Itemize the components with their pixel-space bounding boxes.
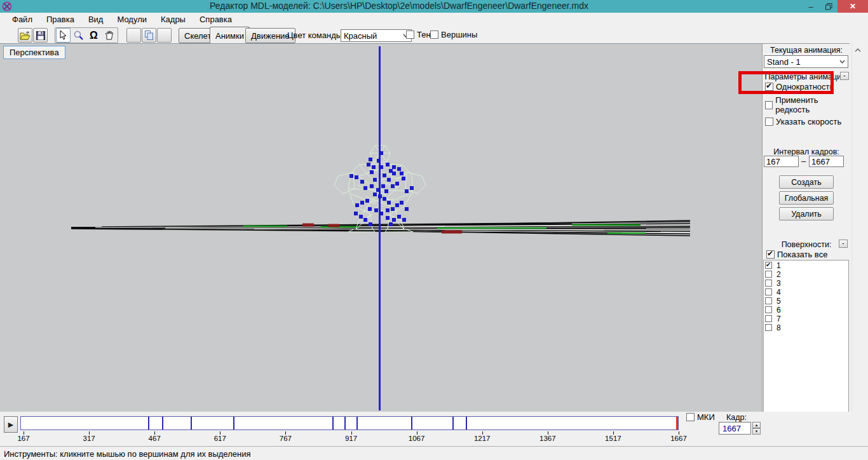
- menu-item-modules[interactable]: Модули: [110, 13, 154, 26]
- model-vertex: [355, 175, 358, 179]
- surface-item-5[interactable]: 5: [765, 297, 848, 305]
- model-vertex: [397, 167, 401, 171]
- frame-spin-down-button[interactable]: ▼: [752, 428, 761, 435]
- zoom-tool-button[interactable]: [71, 28, 86, 43]
- surface-checkbox-8[interactable]: [765, 324, 772, 331]
- menu-item-help[interactable]: Справка: [193, 13, 239, 26]
- animations-mode-button[interactable]: Анимки: [210, 27, 250, 44]
- toolbar-blank-button-2[interactable]: [157, 28, 172, 43]
- surface-checkbox-3[interactable]: [765, 280, 772, 287]
- save-button[interactable]: [33, 28, 48, 43]
- surface-item-4[interactable]: 4: [765, 288, 848, 296]
- panel-scrollbar[interactable]: [851, 43, 863, 445]
- timeline-tick-label: 167: [10, 435, 37, 442]
- perspective-view-tab[interactable]: Перспектива: [3, 46, 65, 59]
- create-button[interactable]: Создать: [779, 175, 834, 189]
- surface-item-1[interactable]: ✔1: [765, 261, 848, 269]
- shadows-checkbox[interactable]: [406, 30, 414, 39]
- global-button[interactable]: Глобальная: [779, 191, 834, 205]
- interval-to-input[interactable]: 1667: [809, 156, 844, 167]
- model-vertex: [392, 165, 396, 169]
- vertical-axis-line: [379, 46, 381, 410]
- interval-from-input[interactable]: 167: [764, 156, 799, 167]
- model-vertex: [376, 188, 380, 192]
- model-viewport[interactable]: Перспектива: [0, 43, 762, 412]
- team-color-select[interactable]: Красный: [341, 29, 412, 42]
- toolbar: Ω Скелет Анимки Движение Цвет команды: К…: [0, 27, 868, 43]
- collapse-surfaces-button[interactable]: -: [839, 240, 848, 248]
- toolbar-blank-button-1[interactable]: [126, 28, 141, 43]
- status-text: Инструменты: кликните мышью по вершинам …: [4, 449, 250, 459]
- rarity-checkbox-row: Применить редкость: [765, 95, 850, 114]
- open-file-button[interactable]: [18, 28, 32, 43]
- surface-checkbox-2[interactable]: [765, 271, 772, 278]
- team-color-label: Цвет команды:: [287, 30, 344, 40]
- model-vertex: [381, 184, 385, 188]
- keyframe-mark: [148, 417, 149, 430]
- close-button[interactable]: ✕: [837, 0, 868, 13]
- scroll-up-button[interactable]: [852, 44, 864, 56]
- model-vertex: [387, 201, 391, 205]
- menu-item-frames[interactable]: Кадры: [154, 13, 193, 26]
- frame-input[interactable]: 1667: [719, 422, 751, 435]
- surface-checkbox-5[interactable]: [765, 297, 772, 304]
- rotate-tool-button[interactable]: Ω: [86, 28, 101, 43]
- surface-item-8[interactable]: 8: [765, 323, 848, 332]
- model-vertex: [373, 178, 377, 182]
- surface-item-2[interactable]: 2: [765, 270, 848, 278]
- current-animation-label: Текущая анимация:: [763, 46, 850, 55]
- pan-tool-button[interactable]: [102, 28, 116, 43]
- play-button[interactable]: ▶: [4, 416, 18, 433]
- timeline-tick-label: 467: [140, 435, 168, 442]
- menu-item-file[interactable]: Файл: [5, 13, 39, 26]
- model-vertex: [363, 218, 367, 222]
- timeline-tick-label: 1517: [599, 435, 627, 442]
- model-vertex: [368, 207, 372, 211]
- keyframe-mark: [191, 417, 192, 430]
- speed-checkbox[interactable]: [765, 118, 773, 126]
- timeline-tick-label: 917: [337, 435, 365, 442]
- delete-button[interactable]: Удалить: [779, 207, 834, 220]
- once-checkbox[interactable]: ✔: [765, 83, 773, 91]
- vertices-checkbox[interactable]: [430, 30, 438, 39]
- menu-item-view[interactable]: Вид: [81, 13, 111, 26]
- surface-checkbox-7[interactable]: [765, 315, 772, 322]
- minimize-button[interactable]: –: [802, 0, 820, 13]
- timeline-track[interactable]: [20, 416, 679, 430]
- mki-checkbox[interactable]: [686, 413, 695, 421]
- surface-checkbox-1[interactable]: ✔: [765, 262, 772, 269]
- surface-label: 3: [776, 279, 781, 288]
- surface-item-6[interactable]: 6: [765, 306, 848, 314]
- model-wireframe: [0, 44, 762, 412]
- surface-checkbox-4[interactable]: [765, 288, 772, 295]
- surface-label: 7: [776, 315, 781, 323]
- animation-params-label: Параметры анимации:: [763, 72, 850, 81]
- select-tool-button[interactable]: [56, 28, 71, 43]
- model-vertex: [405, 189, 409, 193]
- menu-item-edit[interactable]: Правка: [39, 13, 81, 26]
- save-floppy-icon: [36, 31, 45, 40]
- copy-button[interactable]: [142, 28, 156, 43]
- model-vertex: [400, 201, 403, 205]
- rarity-label: Применить редкость: [775, 95, 850, 114]
- restore-button[interactable]: [820, 0, 837, 13]
- model-vertex: [359, 215, 363, 219]
- frame-spin-up-button[interactable]: ▲: [752, 422, 761, 428]
- timeline-tick-label: 1217: [468, 435, 496, 442]
- current-animation-select[interactable]: Stand - 1: [764, 55, 848, 68]
- check-icon: ✔: [766, 81, 772, 90]
- model-vertex: [373, 193, 377, 196]
- vertices-checkbox-row: Вершины: [430, 30, 477, 39]
- model-vertex: [360, 201, 364, 205]
- surface-checkbox-6[interactable]: [765, 306, 772, 313]
- model-vertex: [367, 163, 370, 166]
- surface-item-3[interactable]: 3: [765, 279, 848, 287]
- model-vertex: [374, 208, 378, 212]
- surface-item-7[interactable]: 7: [765, 315, 848, 323]
- model-vertex: [395, 182, 399, 186]
- status-bar: Инструменты: кликните мышью по вершинам …: [0, 446, 868, 460]
- show-all-checkbox[interactable]: ✔: [766, 250, 775, 259]
- collapse-params-button[interactable]: -: [840, 72, 849, 80]
- rarity-checkbox[interactable]: [765, 101, 773, 109]
- play-icon: ▶: [8, 421, 13, 429]
